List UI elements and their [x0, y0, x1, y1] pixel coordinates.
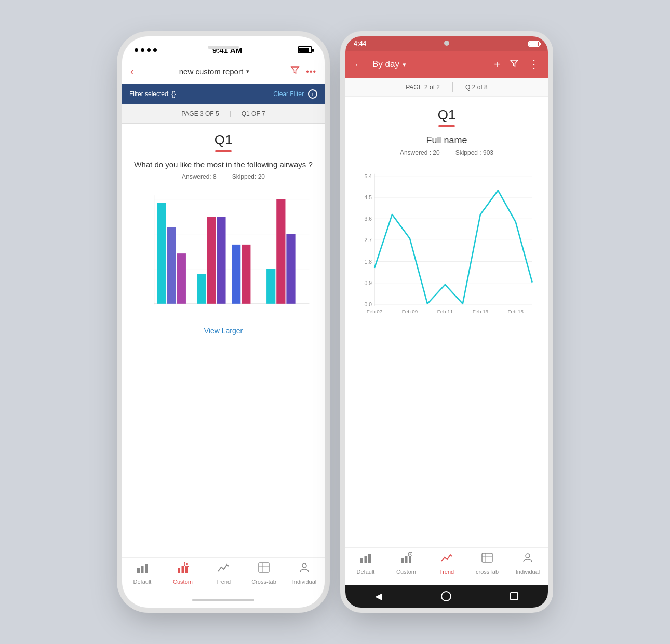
- svg-rect-22: [145, 564, 148, 573]
- android-tab-crosstab[interactable]: crossTab: [467, 552, 507, 583]
- android-answered-count: Answered : 20: [400, 149, 440, 156]
- svg-point-65: [526, 554, 530, 558]
- filter-icon[interactable]: [290, 65, 300, 77]
- svg-rect-18: [276, 199, 285, 304]
- chevron-down-icon[interactable]: ▾: [246, 68, 249, 75]
- trend-tab-label: Trend: [216, 579, 231, 585]
- question-number: Q1: [215, 132, 233, 148]
- android-question-number: Q1: [438, 107, 456, 123]
- android-tab-custom[interactable]: Custom: [386, 552, 426, 583]
- svg-rect-55: [368, 554, 371, 563]
- svg-rect-21: [141, 566, 144, 573]
- android-default-tab-label: Default: [357, 569, 375, 575]
- tab-trend[interactable]: Trend: [203, 562, 244, 593]
- home-indicator: [122, 595, 325, 608]
- crosstab-tab-icon: [258, 562, 270, 576]
- clear-filter-button[interactable]: Clear Filter: [273, 90, 304, 98]
- android-nav-back[interactable]: ◀: [375, 591, 382, 602]
- svg-rect-10: [167, 227, 176, 303]
- individual-tab-label: Individual: [292, 579, 316, 585]
- android-tab-trend[interactable]: Trend: [426, 552, 467, 583]
- android-toolbar: ← By day ▾ + ⋮: [345, 51, 548, 78]
- bar-chart-svg: 60 40 20 0: [150, 187, 314, 323]
- android-tab-individual[interactable]: Individual: [507, 552, 548, 583]
- custom-tab-label: Custom: [173, 579, 193, 585]
- svg-rect-29: [259, 563, 269, 572]
- info-icon[interactable]: i: [308, 89, 317, 99]
- android-add-button[interactable]: +: [494, 59, 500, 71]
- svg-text:Feb 11: Feb 11: [437, 309, 453, 315]
- answered-count: Answered: 8: [182, 173, 217, 180]
- svg-text:4.5: 4.5: [365, 195, 372, 200]
- android-question-underline: [438, 125, 455, 127]
- tab-custom[interactable]: Custom: [163, 562, 203, 593]
- svg-text:5.4: 5.4: [365, 173, 372, 179]
- svg-rect-62: [482, 553, 492, 562]
- android-individual-tab-icon: [521, 552, 534, 567]
- svg-text:Feb 07: Feb 07: [367, 309, 382, 315]
- svg-rect-53: [360, 558, 363, 563]
- svg-text:Feb 15: Feb 15: [508, 309, 524, 315]
- line-chart-svg: 5.4 4.5 3.6 2.7 1.8 0.9 0.0: [356, 164, 538, 340]
- android-question-label: Q 2 of 8: [453, 84, 500, 91]
- android-tab-default[interactable]: Default: [345, 552, 386, 583]
- android-phone: 4:44 ← By day ▾ + ⋮ PAGE 2 of 2 Q 2 of 8…: [345, 36, 548, 608]
- android-more-icon[interactable]: ⋮: [528, 58, 540, 71]
- navbar-title-area: new custom report ▾: [138, 67, 291, 76]
- ios-battery: [298, 46, 312, 53]
- navbar-icons: •••: [290, 65, 316, 77]
- custom-tab-icon: [177, 562, 189, 576]
- android-status-icons: [528, 41, 540, 47]
- ios-navbar: ‹ new custom report ▾ •••: [122, 59, 325, 84]
- android-toolbar-icons: + ⋮: [494, 58, 540, 71]
- android-custom-tab-label: Custom: [396, 569, 416, 575]
- default-tab-label: Default: [133, 579, 152, 585]
- trend-tab-icon: [217, 562, 230, 576]
- tab-crosstab[interactable]: Cross-tab: [244, 562, 284, 593]
- android-nav-recents[interactable]: [510, 592, 518, 600]
- svg-rect-20: [137, 568, 140, 573]
- individual-tab-icon: [298, 562, 311, 576]
- android-crosstab-tab-label: crossTab: [476, 569, 499, 575]
- question-text: What do you like the most in the followi…: [134, 159, 313, 170]
- svg-rect-54: [365, 556, 367, 563]
- speaker: [208, 46, 239, 49]
- android-title-row: By day ▾: [372, 59, 486, 70]
- android-pagination: PAGE 2 of 2 Q 2 of 8: [345, 78, 548, 97]
- more-icon[interactable]: •••: [306, 67, 316, 76]
- android-tab-bar: Default Custom Trend crossTab Individual: [345, 547, 548, 585]
- view-larger-button[interactable]: View Larger: [204, 327, 243, 335]
- tab-individual[interactable]: Individual: [284, 562, 325, 593]
- android-question-stats: Answered : 20 Skipped : 903: [400, 149, 493, 156]
- android-skipped-count: Skipped : 903: [455, 149, 493, 156]
- svg-point-32: [302, 564, 306, 568]
- front-camera: [444, 41, 449, 46]
- bar-chart: 60 40 20 0: [132, 187, 314, 323]
- android-back-button[interactable]: ←: [354, 59, 364, 71]
- question-label: Q1 OF 7: [242, 110, 265, 117]
- tab-default[interactable]: Default: [122, 562, 163, 593]
- svg-rect-24: [182, 566, 184, 573]
- svg-rect-15: [232, 245, 240, 304]
- skipped-count: Skipped: 20: [232, 173, 265, 180]
- android-individual-tab-label: Individual: [516, 569, 540, 575]
- android-time: 4:44: [354, 40, 366, 47]
- android-battery: [528, 41, 540, 47]
- svg-rect-57: [405, 556, 408, 563]
- question-underline: [215, 150, 232, 152]
- back-button[interactable]: ‹: [130, 65, 134, 77]
- android-nav-home[interactable]: [441, 591, 451, 601]
- svg-text:0.0: 0.0: [365, 302, 372, 307]
- android-title-dropdown-icon[interactable]: ▾: [403, 61, 406, 69]
- android-nav-bar: ◀: [345, 585, 548, 608]
- android-trend-tab-icon: [440, 552, 453, 567]
- question-stats: Answered: 8 Skipped: 20: [182, 173, 265, 180]
- android-filter-icon[interactable]: [510, 59, 519, 71]
- svg-rect-12: [197, 274, 206, 303]
- android-content: Q1 Full name Answered : 20 Skipped : 903…: [345, 97, 548, 547]
- svg-rect-56: [401, 558, 404, 563]
- svg-rect-14: [217, 217, 225, 304]
- android-page-label: PAGE 2 of 2: [393, 84, 452, 91]
- svg-text:1.8: 1.8: [365, 259, 372, 265]
- android-trend-tab-label: Trend: [439, 569, 454, 575]
